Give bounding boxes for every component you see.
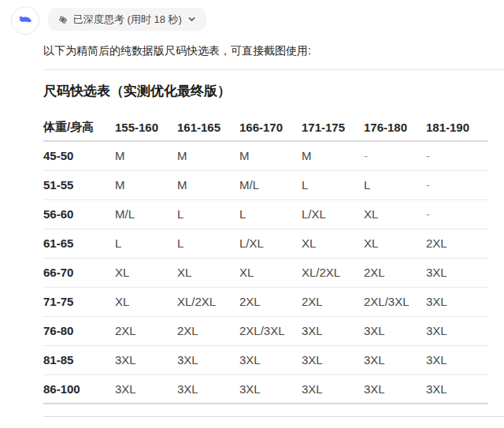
size-cell: 2XL <box>364 258 426 287</box>
size-cell: XL <box>239 258 302 287</box>
size-cell: 3XL <box>364 316 426 345</box>
size-cell: M <box>302 141 364 170</box>
row-label: 71-75 <box>43 287 115 316</box>
deepseek-whale-logo <box>17 12 34 29</box>
size-cell: 3XL <box>364 374 426 404</box>
row-label: 86-100 <box>43 374 115 404</box>
row-label: 81-85 <box>43 345 115 374</box>
row-label: 56-60 <box>43 199 115 229</box>
size-cell: M <box>177 141 239 170</box>
table-row: 56-60M/LLLL/XLXL- <box>43 199 488 229</box>
size-cell: 3XL <box>115 345 177 374</box>
size-table-header: 体重/身高155-160161-165166-170171-175176-180… <box>43 114 488 141</box>
column-header: 171-175 <box>302 114 364 141</box>
column-header: 181-190 <box>426 114 488 141</box>
size-cell: M <box>115 170 177 199</box>
size-cell: 3XL <box>177 374 239 404</box>
assistant-message-body: 以下为精简后的纯数据版尺码快选表，可直接截图使用: 尺码快选表（实测优化最终版）… <box>43 43 488 417</box>
chevron-down-icon <box>187 15 196 24</box>
deepthink-icon <box>58 15 68 24</box>
size-cell: 3XL <box>177 345 239 374</box>
size-cell: - <box>426 141 488 170</box>
size-table-title: 尺码快选表（实测优化最终版） <box>43 82 488 101</box>
size-cell: L <box>239 199 302 229</box>
size-table-body: 45-50MMMM--51-55MMM/LLL-56-60M/LLLL/XLXL… <box>43 141 488 404</box>
size-cell: - <box>426 170 488 199</box>
row-label: 51-55 <box>43 170 115 199</box>
size-cell: M <box>239 141 302 170</box>
column-header: 176-180 <box>364 114 426 141</box>
assistant-avatar <box>11 6 39 35</box>
size-chart-table: 体重/身高155-160161-165166-170171-175176-180… <box>43 114 488 404</box>
size-cell: M/L <box>115 199 177 229</box>
size-cell: 3XL <box>115 374 177 404</box>
size-cell: XL/2XL <box>177 287 239 316</box>
size-cell: 3XL <box>302 345 364 374</box>
table-row: 86-1003XL3XL3XL3XL3XL3XL <box>43 374 488 404</box>
size-cell: L/XL <box>302 199 364 229</box>
size-cell: 3XL <box>426 374 488 404</box>
intro-text: 以下为精简后的纯数据版尺码快选表，可直接截图使用: <box>43 43 488 59</box>
column-header: 155-160 <box>115 114 177 141</box>
size-cell: XL/2XL <box>302 258 364 287</box>
size-cell: M/L <box>239 170 302 199</box>
size-cell: XL <box>177 258 239 287</box>
row-label: 61-65 <box>43 229 115 258</box>
size-cell: XL <box>115 258 177 287</box>
size-cell: 2XL/3XL <box>239 316 302 345</box>
table-row: 51-55MMM/LLL- <box>43 170 488 199</box>
size-cell: 3XL <box>239 374 302 404</box>
size-cell: - <box>426 199 488 229</box>
size-cell: L/XL <box>239 229 302 258</box>
size-cell: 3XL <box>426 258 488 287</box>
deep-thinking-label: 已深度思考 (用时 18 秒) <box>73 14 182 24</box>
size-cell: 2XL <box>426 229 488 258</box>
size-cell: XL <box>364 199 426 229</box>
size-cell: XL <box>302 229 364 258</box>
chat-message: 已深度思考 (用时 18 秒) 以下为精简后的纯数据版尺码快选表，可直接截图使用… <box>0 0 504 428</box>
size-cell: 2XL <box>239 287 302 316</box>
size-cell: 3XL <box>302 316 364 345</box>
size-cell: - <box>364 141 426 170</box>
size-cell: L <box>364 170 426 199</box>
table-row: 81-853XL3XL3XL3XL3XL3XL <box>43 345 488 374</box>
column-header: 166-170 <box>239 114 302 141</box>
table-row: 71-75XLXL/2XL2XL2XL2XL/3XL3XL <box>43 287 488 316</box>
column-header: 161-165 <box>177 114 239 141</box>
size-cell: L <box>115 229 177 258</box>
row-label: 45-50 <box>43 141 115 170</box>
size-cell: 3XL <box>426 345 488 374</box>
size-cell: XL <box>364 229 426 258</box>
size-cell: 2XL <box>115 316 177 345</box>
size-cell: 2XL/3XL <box>364 287 426 316</box>
table-row: 61-65LLL/XLXLXL2XL <box>43 229 488 258</box>
size-cell: 3XL <box>364 345 426 374</box>
table-row: 66-70XLXLXLXL/2XL2XL3XL <box>43 258 488 287</box>
size-cell: 3XL <box>239 345 302 374</box>
assistant-message-header: 已深度思考 (用时 18 秒) <box>11 6 206 35</box>
table-row: 76-802XL2XL2XL/3XL3XL3XL3XL <box>43 316 488 345</box>
size-cell: M <box>177 170 239 199</box>
size-cell: 2XL <box>177 316 239 345</box>
size-cell: M <box>115 141 177 170</box>
message-bottom-divider <box>43 416 504 417</box>
size-cell: XL <box>115 287 177 316</box>
corner-header: 体重/身高 <box>43 114 115 141</box>
deep-thinking-toggle[interactable]: 已深度思考 (用时 18 秒) <box>48 8 206 31</box>
size-cell: 3XL <box>302 374 364 404</box>
size-cell: L <box>302 170 364 199</box>
row-label: 76-80 <box>43 316 115 345</box>
table-row: 45-50MMMM-- <box>43 141 488 170</box>
size-cell: 3XL <box>426 287 488 316</box>
size-cell: 3XL <box>426 316 488 345</box>
size-cell: L <box>177 199 239 229</box>
row-label: 66-70 <box>43 258 115 287</box>
size-cell: 2XL <box>302 287 364 316</box>
size-cell: L <box>177 229 239 258</box>
section-divider <box>43 69 504 70</box>
